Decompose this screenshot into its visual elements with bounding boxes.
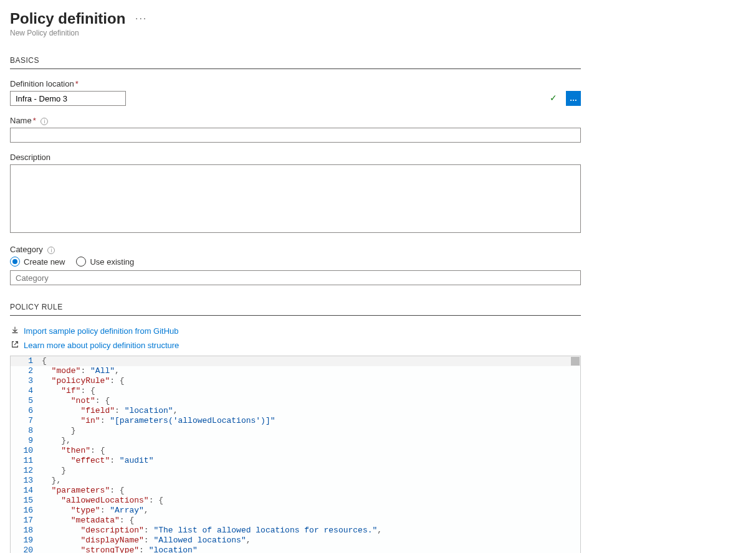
category-create-new-radio[interactable]: Create new bbox=[10, 257, 65, 267]
code-line[interactable]: 4 "if": { bbox=[11, 386, 580, 396]
code-content: } bbox=[42, 466, 580, 476]
info-icon[interactable]: i bbox=[47, 247, 55, 254]
code-line[interactable]: 8 } bbox=[11, 426, 580, 436]
code-line[interactable]: 20 "strongType": "location" bbox=[11, 546, 580, 553]
line-number: 18 bbox=[11, 526, 42, 536]
definition-location-label-text: Definition location bbox=[10, 79, 74, 88]
more-actions-icon[interactable]: ··· bbox=[135, 13, 147, 24]
definition-location-input[interactable] bbox=[10, 91, 126, 106]
line-number: 10 bbox=[11, 446, 42, 456]
import-sample-link[interactable]: Import sample policy definition from Git… bbox=[24, 326, 179, 336]
line-number: 1 bbox=[11, 356, 42, 366]
line-number: 15 bbox=[11, 496, 42, 506]
code-line[interactable]: 14 "parameters": { bbox=[11, 486, 580, 496]
code-line[interactable]: 13 }, bbox=[11, 476, 580, 486]
code-content: "description": "The list of allowed loca… bbox=[42, 526, 580, 536]
page-subtitle: New Policy definition bbox=[10, 29, 746, 37]
learn-more-link[interactable]: Learn more about policy definition struc… bbox=[24, 341, 179, 350]
code-content: "strongType": "location" bbox=[42, 546, 580, 553]
category-label-text: Category bbox=[10, 245, 43, 254]
code-content: "type": "Array", bbox=[42, 506, 580, 516]
policy-rule-code-editor[interactable]: 1{2 "mode": "All",3 "policyRule": {4 "if… bbox=[10, 356, 581, 553]
code-line[interactable]: 5 "not": { bbox=[11, 396, 580, 406]
basics-section-header: BASICS bbox=[10, 56, 581, 69]
line-number: 13 bbox=[11, 476, 42, 486]
code-content: { bbox=[42, 356, 580, 366]
code-content: "then": { bbox=[42, 446, 580, 456]
radio-unselected-icon bbox=[76, 257, 86, 267]
code-content: "effect": "audit" bbox=[42, 456, 580, 466]
code-line[interactable]: 3 "policyRule": { bbox=[11, 376, 580, 386]
code-line[interactable]: 6 "field": "location", bbox=[11, 406, 580, 416]
category-input[interactable] bbox=[10, 270, 581, 285]
category-label: Category i bbox=[10, 245, 581, 254]
code-content: "displayName": "Allowed locations", bbox=[42, 536, 580, 546]
external-link-icon bbox=[10, 340, 20, 351]
line-number: 11 bbox=[11, 456, 42, 466]
code-line[interactable]: 10 "then": { bbox=[11, 446, 580, 456]
code-line[interactable]: 17 "metadata": { bbox=[11, 516, 580, 526]
code-content: "metadata": { bbox=[42, 516, 580, 526]
code-content: }, bbox=[42, 476, 580, 486]
line-number: 2 bbox=[11, 366, 42, 376]
line-number: 7 bbox=[11, 416, 42, 426]
line-number: 5 bbox=[11, 396, 42, 406]
code-line[interactable]: 9 }, bbox=[11, 436, 580, 446]
name-label: Name* i bbox=[10, 116, 581, 125]
code-line[interactable]: 1{ bbox=[11, 356, 580, 366]
code-line[interactable]: 15 "allowedLocations": { bbox=[11, 496, 580, 506]
code-line[interactable]: 11 "effect": "audit" bbox=[11, 456, 580, 466]
policy-rule-section-header: POLICY RULE bbox=[10, 303, 581, 316]
line-number: 19 bbox=[11, 536, 42, 546]
ellipsis-icon: … bbox=[570, 94, 577, 103]
line-number: 3 bbox=[11, 376, 42, 386]
radio-label-use-existing: Use existing bbox=[90, 257, 134, 267]
code-content: "not": { bbox=[42, 396, 580, 406]
page-title: Policy definition bbox=[10, 10, 125, 27]
required-asterisk: * bbox=[33, 116, 36, 125]
category-use-existing-radio[interactable]: Use existing bbox=[76, 257, 134, 267]
code-content: "parameters": { bbox=[42, 486, 580, 496]
line-number: 14 bbox=[11, 486, 42, 496]
radio-label-create-new: Create new bbox=[24, 257, 65, 267]
description-label: Description bbox=[10, 153, 581, 162]
code-line[interactable]: 16 "type": "Array", bbox=[11, 506, 580, 516]
code-line[interactable]: 18 "description": "The list of allowed l… bbox=[11, 526, 580, 536]
line-number: 20 bbox=[11, 546, 42, 553]
definition-location-browse-button[interactable]: … bbox=[566, 91, 581, 106]
description-textarea[interactable] bbox=[10, 164, 581, 233]
line-number: 6 bbox=[11, 406, 42, 416]
code-line[interactable]: 19 "displayName": "Allowed locations", bbox=[11, 536, 580, 546]
line-number: 12 bbox=[11, 466, 42, 476]
code-content: "mode": "All", bbox=[42, 366, 580, 376]
minimap-indicator bbox=[571, 357, 580, 366]
line-number: 9 bbox=[11, 436, 42, 446]
radio-selected-icon bbox=[10, 257, 20, 267]
line-number: 4 bbox=[11, 386, 42, 396]
info-icon[interactable]: i bbox=[41, 118, 48, 125]
code-line[interactable]: 2 "mode": "All", bbox=[11, 366, 580, 376]
code-content: }, bbox=[42, 436, 580, 446]
definition-location-label: Definition location* bbox=[10, 79, 581, 88]
line-number: 8 bbox=[11, 426, 42, 436]
name-label-text: Name bbox=[10, 116, 32, 125]
code-content: "field": "location", bbox=[42, 406, 580, 416]
line-number: 17 bbox=[11, 516, 42, 526]
code-content: "if": { bbox=[42, 386, 580, 396]
code-content: "in": "[parameters('allowedLocations')]" bbox=[42, 416, 580, 426]
code-line[interactable]: 12 } bbox=[11, 466, 580, 476]
code-content: "policyRule": { bbox=[42, 376, 580, 386]
name-input[interactable] bbox=[10, 128, 581, 143]
code-content: } bbox=[42, 426, 580, 436]
required-asterisk: * bbox=[75, 79, 79, 88]
code-line[interactable]: 7 "in": "[parameters('allowedLocations')… bbox=[11, 416, 580, 426]
line-number: 16 bbox=[11, 506, 42, 516]
download-icon bbox=[10, 326, 20, 336]
code-content: "allowedLocations": { bbox=[42, 496, 580, 506]
